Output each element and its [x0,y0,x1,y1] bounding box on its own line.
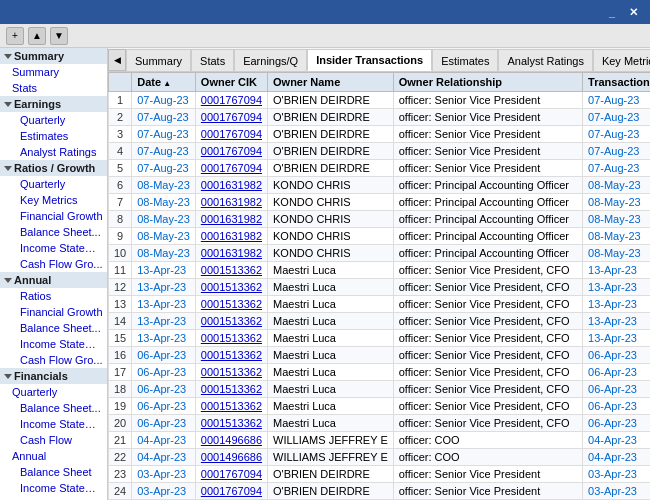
tab-estimates[interactable]: Estimates [432,49,498,71]
sidebar-item[interactable]: Income Statem... [0,240,107,256]
col-header-transactionDate[interactable]: Transaction Date [583,73,650,92]
sidebar-item[interactable]: Financial Growth [0,208,107,224]
minimize-button[interactable]: _ [605,6,619,19]
sidebar-item[interactable]: Cash Flow [0,496,107,500]
sidebar-item[interactable]: Cash Flow [0,432,107,448]
row-owner-cik[interactable]: 0001631982 [195,228,267,245]
table-row[interactable]: 1213-Apr-230001513362Maestri Lucaofficer… [109,279,651,296]
row-owner-cik[interactable]: 0001513362 [195,279,267,296]
row-owner-cik[interactable]: 0001513362 [195,296,267,313]
table-row[interactable]: 1513-Apr-230001513362Maestri Lucaofficer… [109,330,651,347]
down-button[interactable]: ▼ [50,27,68,45]
row-owner-cik[interactable]: 0001767094 [195,466,267,483]
table-row[interactable]: 1706-Apr-230001513362Maestri Lucaofficer… [109,364,651,381]
row-owner-cik[interactable]: 0001496686 [195,432,267,449]
sidebar-section-annual[interactable]: Annual [0,272,107,288]
close-button[interactable]: ✕ [625,6,642,19]
sidebar-item[interactable]: Analyst Ratings [0,144,107,160]
row-owner-cik[interactable]: 0001631982 [195,245,267,262]
tab-nav-left[interactable]: ◀ [108,49,126,71]
row-transaction-date: 06-Apr-23 [583,415,650,432]
row-owner-cik[interactable]: 0001767094 [195,92,267,109]
row-owner-cik[interactable]: 0001767094 [195,483,267,500]
row-owner-cik[interactable]: 0001767094 [195,143,267,160]
table-row[interactable]: 1806-Apr-230001513362Maestri Lucaofficer… [109,381,651,398]
table-row[interactable]: 407-Aug-230001767094O'BRIEN DEIRDREoffic… [109,143,651,160]
table-row[interactable]: 1113-Apr-230001513362Maestri Lucaofficer… [109,262,651,279]
table-row[interactable]: 2006-Apr-230001513362Maestri Lucaofficer… [109,415,651,432]
table-row[interactable]: 808-May-230001631982KONDO CHRISofficer: … [109,211,651,228]
sidebar-item[interactable]: Quarterly [0,112,107,128]
table-row[interactable]: 307-Aug-230001767094O'BRIEN DEIRDREoffic… [109,126,651,143]
sidebar-item[interactable]: Key Metrics [0,192,107,208]
table-row[interactable]: 2403-Apr-230001767094O'BRIEN DEIRDREoffi… [109,483,651,500]
tab-analyst-ratings[interactable]: Analyst Ratings [498,49,592,71]
row-owner-cik[interactable]: 0001767094 [195,160,267,177]
sidebar-item[interactable]: Income Statem... [0,480,107,496]
sidebar-section-financials[interactable]: Financials [0,368,107,384]
sidebar-item[interactable]: Balance Sheet... [0,400,107,416]
section-label: Ratios / Growth [14,162,95,174]
sidebar-item[interactable]: Cash Flow Gro... [0,256,107,272]
row-owner-cik[interactable]: 0001513362 [195,313,267,330]
sidebar-item[interactable]: Quarterly [0,176,107,192]
table-row[interactable]: 207-Aug-230001767094O'BRIEN DEIRDREoffic… [109,109,651,126]
sidebar-section-summary[interactable]: Summary [0,48,107,64]
tab-stats[interactable]: Stats [191,49,234,71]
col-header-date[interactable]: Date [132,73,196,92]
sidebar-section-earnings[interactable]: Earnings [0,96,107,112]
sidebar-item[interactable]: Balance Sheet [0,464,107,480]
row-owner-cik[interactable]: 0001631982 [195,211,267,228]
table-row[interactable]: 2104-Apr-230001496686WILLIAMS JEFFREY Eo… [109,432,651,449]
row-owner-cik[interactable]: 0001513362 [195,330,267,347]
sidebar-item[interactable]: Balance Sheet... [0,320,107,336]
tab-insider-transactions[interactable]: Insider Transactions [307,49,432,71]
table-row[interactable]: 908-May-230001631982KONDO CHRISofficer: … [109,228,651,245]
row-owner-cik[interactable]: 0001513362 [195,262,267,279]
sidebar-item[interactable]: Income Statem... [0,416,107,432]
row-owner-cik[interactable]: 0001631982 [195,177,267,194]
tab-earnings-q[interactable]: Earnings/Q [234,49,307,71]
row-owner-cik[interactable]: 0001496686 [195,449,267,466]
up-button[interactable]: ▲ [28,27,46,45]
col-header-ownerName[interactable]: Owner Name [268,73,394,92]
table-row[interactable]: 708-May-230001631982KONDO CHRISofficer: … [109,194,651,211]
table-row[interactable]: 1413-Apr-230001513362Maestri Lucaofficer… [109,313,651,330]
row-owner-cik[interactable]: 0001513362 [195,347,267,364]
add-button[interactable]: + [6,27,24,45]
sidebar-item[interactable]: Annual [0,448,107,464]
tab-summary[interactable]: Summary [126,49,191,71]
row-owner-cik[interactable]: 0001513362 [195,398,267,415]
sidebar-item[interactable]: Cash Flow Gro... [0,352,107,368]
tab-key-metrics-q[interactable]: Key Metrics/Q [593,49,650,71]
table-row[interactable]: 1313-Apr-230001513362Maestri Lucaofficer… [109,296,651,313]
col-header-num[interactable] [109,73,132,92]
row-owner-relationship: officer: COO [393,432,582,449]
col-header-ownerCik[interactable]: Owner CIK [195,73,267,92]
sidebar-section-ratios---growth[interactable]: Ratios / Growth [0,160,107,176]
table-row[interactable]: 1606-Apr-230001513362Maestri Lucaofficer… [109,347,651,364]
sidebar-item[interactable]: Financial Growth [0,304,107,320]
row-owner-cik[interactable]: 0001513362 [195,415,267,432]
table-row[interactable]: 107-Aug-230001767094O'BRIEN DEIRDREoffic… [109,92,651,109]
table-row[interactable]: 1008-May-230001631982KONDO CHRISofficer:… [109,245,651,262]
row-owner-cik[interactable]: 0001513362 [195,364,267,381]
sidebar-item[interactable]: Balance Sheet... [0,224,107,240]
table-row[interactable]: 2303-Apr-230001767094O'BRIEN DEIRDREoffi… [109,466,651,483]
table-row[interactable]: 507-Aug-230001767094O'BRIEN DEIRDREoffic… [109,160,651,177]
row-owner-cik[interactable]: 0001767094 [195,126,267,143]
row-owner-cik[interactable]: 0001631982 [195,194,267,211]
table-row[interactable]: 1906-Apr-230001513362Maestri Lucaofficer… [109,398,651,415]
table-row[interactable]: 608-May-230001631982KONDO CHRISofficer: … [109,177,651,194]
col-header-ownerRelationship[interactable]: Owner Relationship [393,73,582,92]
sidebar-item[interactable]: Quarterly [0,384,107,400]
sidebar-item[interactable]: Estimates [0,128,107,144]
row-owner-cik[interactable]: 0001767094 [195,109,267,126]
table-container[interactable]: DateOwner CIKOwner NameOwner Relationshi… [108,72,650,500]
table-row[interactable]: 2204-Apr-230001496686WILLIAMS JEFFREY Eo… [109,449,651,466]
sidebar-item[interactable]: Ratios [0,288,107,304]
row-owner-cik[interactable]: 0001513362 [195,381,267,398]
sidebar-item[interactable]: Stats [0,80,107,96]
sidebar-item[interactable]: Summary [0,64,107,80]
sidebar-item[interactable]: Income Statem... [0,336,107,352]
